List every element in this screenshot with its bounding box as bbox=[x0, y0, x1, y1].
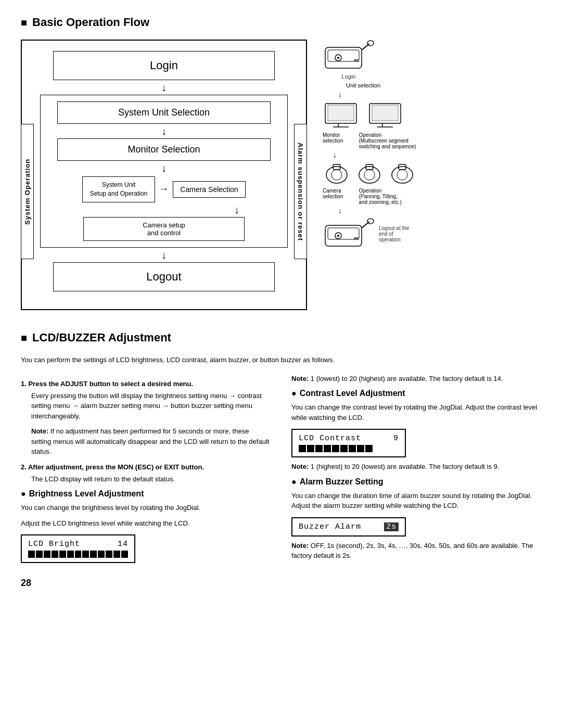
svg-point-15 bbox=[326, 167, 347, 183]
illus-login: Login bbox=[323, 40, 541, 80]
lcd-alarm-label: Buzzer Alarm bbox=[299, 522, 361, 531]
lcd-right-col: Note: 1 (lowest) to 20 (highest) are ava… bbox=[291, 374, 541, 568]
flow-illustrations: Login Unit selection ↓ Mon bbox=[323, 40, 541, 310]
lcd-section: LCD/BUZZER Adjustment You can perform th… bbox=[21, 331, 541, 567]
lcd-alarm-value: 2s bbox=[384, 522, 399, 531]
camera2-icon bbox=[355, 162, 384, 185]
arrow-logout-illus: ↓ bbox=[338, 207, 541, 215]
lcd-bright-label: LCD Bright bbox=[28, 540, 80, 548]
step2-body: The LCD display will return to the defau… bbox=[31, 474, 271, 484]
brightness-body2: Adjust the LCD brightness level while wa… bbox=[21, 518, 271, 529]
flow-section: System Operation Alarm suspension or res… bbox=[21, 40, 541, 310]
section1-heading: Basic Operation Flow bbox=[21, 16, 541, 29]
svg-rect-12 bbox=[372, 105, 398, 121]
controller-icon bbox=[323, 40, 375, 73]
system-unit-setup-box: System UnitSetup and Operation bbox=[82, 176, 155, 202]
contrast-body: You can change the contrast level by rot… bbox=[291, 402, 541, 423]
svg-point-18 bbox=[359, 167, 380, 183]
step1-note: Note: If no adjustment has been performe… bbox=[31, 426, 271, 457]
lcd-contrast-display: LCD Contrast 9 bbox=[291, 429, 406, 457]
flow-diagram: System Operation Alarm suspension or res… bbox=[21, 40, 307, 310]
lcd-contrast-label: LCD Contrast bbox=[299, 434, 361, 443]
svg-rect-26 bbox=[354, 237, 359, 240]
svg-point-4 bbox=[337, 57, 339, 59]
svg-point-19 bbox=[364, 170, 375, 180]
lcd-bright-blocks bbox=[28, 551, 128, 558]
alarm-body: You can change the duration time of alar… bbox=[291, 491, 541, 511]
logout-at-end-label: Logout at theend ofoperation bbox=[379, 225, 409, 242]
lcd-alarm-display: Buzzer Alarm 2s bbox=[291, 517, 406, 537]
unit-selection-label: Unit selection bbox=[346, 82, 541, 88]
flow-middle-row: System UnitSetup and Operation → Camera … bbox=[47, 176, 281, 202]
system-operation-label: System Operation bbox=[21, 124, 34, 259]
lcd-intro: You can perform the settings of LCD brig… bbox=[21, 355, 541, 365]
alarm-suspension-label: Alarm suspension or reset bbox=[294, 124, 307, 259]
section2-heading: LCD/BUZZER Adjustment bbox=[21, 331, 541, 344]
arrow-unit-sel: ↓ bbox=[338, 90, 541, 98]
alarm-note: Note: OFF, 1s (second), 2s, 3s, 4s, …, 3… bbox=[291, 541, 541, 561]
svg-point-30 bbox=[367, 219, 374, 224]
arrow-sys-to-monitor: ↓ bbox=[47, 126, 281, 136]
lcd-contrast-blocks bbox=[299, 445, 399, 452]
lcd-bright-value: 14 bbox=[118, 540, 128, 548]
arrow-setup-to-camera: → bbox=[155, 184, 173, 195]
brightness-heading: Brightness Level Adjustment bbox=[21, 489, 271, 499]
svg-rect-8 bbox=[328, 105, 354, 121]
monitor-selection-right-labels: Monitorselection Operation(Multiscreen s… bbox=[323, 132, 541, 149]
brightness-note: Note: 1 (lowest) to 20 (highest) are ava… bbox=[291, 374, 541, 384]
camera1-icon bbox=[323, 162, 351, 185]
logout-box: Logout bbox=[53, 262, 275, 291]
lcd-contrast-value: 9 bbox=[393, 434, 399, 443]
monitor2-icon bbox=[367, 101, 406, 130]
svg-point-21 bbox=[392, 167, 413, 183]
step1-heading: 1. Press the ADJUST button to select a d… bbox=[21, 380, 271, 388]
camera-selection-box: Camera Selection bbox=[173, 181, 246, 198]
illus-monitors bbox=[323, 101, 541, 130]
step2-heading: 2. After adjustment, press the MON (ESC)… bbox=[21, 463, 271, 471]
monitor-selection-box: Monitor Selection bbox=[57, 138, 271, 161]
illus-logout: Logout at theend ofoperation bbox=[323, 218, 541, 251]
contrast-heading: Contrast Level Adjustment bbox=[291, 389, 541, 398]
arrow-monitor-to-row: ↓ bbox=[47, 163, 281, 173]
arrow-login-to-system: ↓ bbox=[37, 82, 290, 93]
camera-setup-box: Camera setupand control bbox=[83, 217, 245, 241]
lcd-two-col: 1. Press the ADJUST button to select a d… bbox=[21, 374, 541, 568]
svg-rect-0 bbox=[325, 47, 362, 68]
svg-rect-2 bbox=[354, 59, 359, 62]
page-number: 28 bbox=[21, 578, 541, 589]
monitor1-icon bbox=[323, 101, 362, 130]
svg-point-28 bbox=[337, 235, 339, 237]
login-box: Login bbox=[53, 51, 275, 80]
lcd-bright-display: LCD Bright 14 bbox=[21, 534, 135, 563]
svg-rect-24 bbox=[325, 225, 362, 246]
alarm-heading: Alarm Buzzer Setting bbox=[291, 477, 541, 487]
arrow-camera-sel: ↓ bbox=[333, 151, 541, 159]
controller2-icon bbox=[323, 218, 375, 251]
brightness-body: You can change the brightness level by r… bbox=[21, 503, 271, 513]
svg-point-22 bbox=[397, 170, 407, 180]
lcd-left-col: 1. Press the ADJUST button to select a d… bbox=[21, 374, 271, 568]
illus-cameras bbox=[323, 162, 541, 185]
arrow-inner-to-logout: ↓ bbox=[37, 250, 290, 260]
svg-point-16 bbox=[331, 170, 342, 180]
step1-body: Every pressing the button will display t… bbox=[31, 391, 271, 422]
svg-point-6 bbox=[367, 41, 374, 46]
camera-labels: Cameraselection Operation(Panning, Tilti… bbox=[323, 188, 541, 205]
system-unit-selection-box: System Unit Selection bbox=[57, 101, 271, 124]
camera3-icon bbox=[388, 162, 417, 185]
contrast-note: Note: 1 (highest) to 20 (lowest) are ava… bbox=[291, 462, 541, 472]
arrow-camera-sel-to-setup: ↓ bbox=[47, 205, 281, 215]
